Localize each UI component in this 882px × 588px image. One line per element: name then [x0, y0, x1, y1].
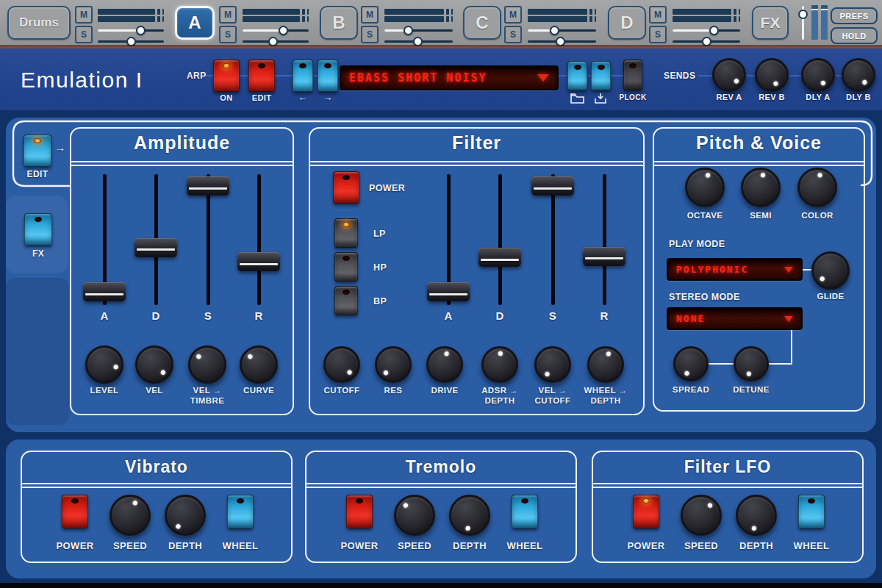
- mute-button-d[interactable]: M: [649, 6, 667, 24]
- amp-sustain-slider[interactable]: [186, 174, 230, 305]
- edit-page-container: EDIT → FX Amplitude A D S R LEVEL VEL VE…: [6, 118, 876, 432]
- level-meter: [528, 16, 596, 22]
- channel-tab-c[interactable]: C: [463, 6, 501, 40]
- semi-knob[interactable]: [741, 168, 781, 207]
- filter-release-slider[interactable]: [582, 174, 626, 305]
- filter-lfo-power-button[interactable]: [633, 495, 659, 528]
- save-preset-button[interactable]: [591, 61, 611, 90]
- tab-fx[interactable]: FX: [752, 6, 789, 40]
- master-fader[interactable]: [798, 6, 808, 40]
- vibrato-power-button[interactable]: [62, 495, 88, 528]
- drive-knob[interactable]: [426, 346, 463, 383]
- adsr-depth-knob[interactable]: [481, 346, 518, 383]
- mute-button-b[interactable]: M: [361, 6, 379, 24]
- master-meter-right: [821, 5, 828, 40]
- send-knob-rev-b[interactable]: [755, 58, 789, 92]
- glide-knob[interactable]: [811, 251, 850, 290]
- slider-label: D: [478, 309, 522, 323]
- divider: [22, 487, 291, 488]
- channel-tab-d[interactable]: D: [608, 6, 646, 40]
- filter-decay-slider[interactable]: [478, 174, 522, 305]
- filter-mode-hp-button[interactable]: [334, 252, 358, 282]
- tremolo-speed-knob[interactable]: [394, 495, 435, 536]
- filter-lfo-panel: Filter LFO POWER SPEED DEPTH WHEEL: [592, 451, 864, 563]
- filter-mode-lp-button[interactable]: [334, 218, 358, 248]
- vibrato-panel: Vibrato POWER SPEED DEPTH WHEEL: [21, 451, 293, 563]
- vibrato-speed-knob[interactable]: [110, 495, 151, 536]
- channel-mix-b: [384, 6, 453, 40]
- filter-lfo-depth-knob[interactable]: [736, 495, 777, 536]
- power-label: POWER: [46, 540, 104, 552]
- play-mode-label: PLAY MODE: [669, 239, 725, 250]
- solo-button-drums[interactable]: S: [75, 26, 93, 43]
- level-knob[interactable]: [85, 345, 123, 384]
- play-mode-select[interactable]: POLYPHONIC: [667, 258, 803, 281]
- amp-attack-slider[interactable]: [82, 174, 126, 305]
- fx-tab-button[interactable]: [24, 213, 52, 245]
- arp-edit-button[interactable]: [248, 60, 275, 92]
- pitch-voice-panel: Pitch & Voice OCTAVE SEMI COLOR PLAY MOD…: [653, 127, 865, 412]
- vel-timbre-knob[interactable]: [188, 345, 226, 384]
- tremolo-depth-knob[interactable]: [449, 495, 490, 536]
- channel-tab-b[interactable]: B: [320, 6, 358, 40]
- solo-button-b[interactable]: S: [361, 26, 379, 43]
- send-knob-dly-a[interactable]: [801, 58, 835, 92]
- filter-power-button[interactable]: [333, 171, 359, 204]
- stereo-mode-select[interactable]: NONE: [667, 307, 803, 330]
- wheel-depth-knob[interactable]: [587, 346, 624, 383]
- vibrato-wheel-button[interactable]: [227, 495, 254, 528]
- divider: [306, 487, 576, 488]
- amp-release-slider[interactable]: [237, 174, 281, 305]
- vel-knob[interactable]: [135, 345, 173, 384]
- load-preset-button[interactable]: [567, 61, 587, 90]
- amp-decay-slider[interactable]: [134, 174, 178, 305]
- knob-label: VEL → CUTOFF: [527, 386, 578, 406]
- vibrato-depth-knob[interactable]: [165, 495, 206, 536]
- channel-tab-drums[interactable]: Drums: [7, 6, 71, 40]
- solo-button-c[interactable]: S: [504, 26, 522, 43]
- knob-label: LEVEL: [76, 386, 132, 396]
- filter-sustain-slider[interactable]: [531, 174, 575, 305]
- arp-on-label: ON: [212, 93, 241, 103]
- detune-knob[interactable]: [734, 346, 769, 381]
- plock-button[interactable]: [623, 60, 642, 90]
- filter-lfo-wheel-button[interactable]: [798, 495, 825, 528]
- edit-tab-button[interactable]: [24, 135, 51, 167]
- preset-display[interactable]: EBASS SHORT NOISY: [340, 65, 559, 90]
- preset-next-button[interactable]: [318, 60, 338, 92]
- send-knob-rev-a[interactable]: [712, 58, 746, 92]
- preset-prev-button[interactable]: [293, 60, 313, 92]
- dropdown-arrow-icon: [537, 74, 549, 82]
- filter-mode-bp-button[interactable]: [334, 286, 358, 315]
- volume-slider[interactable]: [528, 26, 596, 35]
- mute-button-a[interactable]: M: [219, 6, 237, 24]
- vel-cutoff-knob[interactable]: [534, 346, 571, 383]
- send-knob-dly-b[interactable]: [842, 58, 875, 92]
- level-meter: [384, 16, 453, 22]
- octave-knob[interactable]: [685, 168, 725, 207]
- level-meter: [243, 16, 309, 22]
- slider-label: S: [531, 309, 575, 323]
- hold-button[interactable]: HOLD: [831, 27, 878, 44]
- color-knob[interactable]: [797, 168, 837, 207]
- filter-lfo-speed-knob[interactable]: [681, 495, 722, 536]
- res-knob[interactable]: [375, 346, 412, 383]
- cutoff-knob[interactable]: [323, 346, 360, 383]
- filter-attack-slider[interactable]: [426, 174, 470, 305]
- volume-slider[interactable]: [673, 26, 740, 35]
- curve-knob[interactable]: [240, 345, 278, 384]
- spread-knob[interactable]: [673, 346, 709, 381]
- volume-slider[interactable]: [384, 26, 453, 35]
- volume-slider[interactable]: [98, 26, 164, 35]
- solo-button-d[interactable]: S: [649, 26, 667, 43]
- volume-slider[interactable]: [243, 26, 309, 35]
- mute-button-drums[interactable]: M: [75, 6, 93, 24]
- channel-tab-a[interactable]: A: [175, 6, 215, 40]
- mute-button-c[interactable]: M: [504, 6, 522, 24]
- solo-button-a[interactable]: S: [219, 26, 237, 43]
- master-meter-left: [811, 5, 818, 40]
- arp-on-button[interactable]: [213, 60, 240, 92]
- prefs-button[interactable]: PREFS: [831, 7, 878, 24]
- tremolo-wheel-button[interactable]: [512, 495, 538, 528]
- tremolo-power-button[interactable]: [346, 495, 373, 528]
